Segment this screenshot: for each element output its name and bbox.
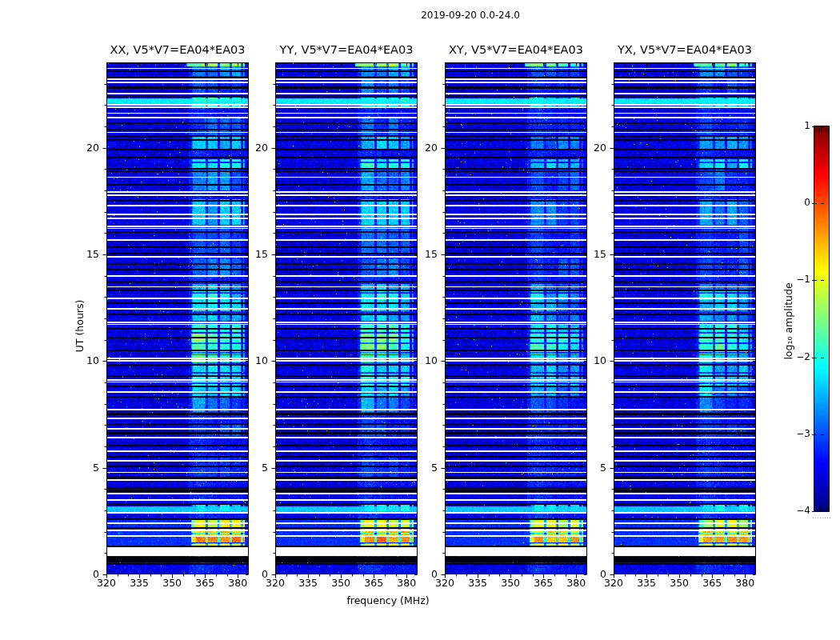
y-tick-label: 15 [242,248,268,260]
y-tick-label: 0 [73,568,99,580]
spectrogram-figure: XX, V5*V7=EA04*EA03320335350365380051015… [0,0,840,640]
y-tick-label: 10 [242,354,268,366]
x-tick-label: 365 [358,577,390,589]
y-tick-label: 5 [73,462,99,474]
colorbar-tick-label: 1 [785,120,810,132]
colorbar-label: log₁₀ amplitude [782,258,794,386]
x-tick-label: 335 [123,577,155,589]
x-tick-label: 350 [325,577,357,589]
y-tick-label: 15 [411,248,438,260]
panel-title: YY, V5*V7=EA04*EA03 [258,44,434,56]
spectrogram-canvas [0,0,840,640]
colorbar-tick-label: −3 [785,428,810,440]
y-tick-label: 10 [411,354,438,366]
x-tick-label: 365 [527,577,559,589]
panel-title: XX, V5*V7=EA04*EA03 [90,44,266,56]
y-tick-label: 0 [411,568,438,580]
figure-title: 2019-09-20 0.0-24.0 [350,10,590,22]
x-tick-label: 350 [663,577,695,589]
y-tick-label: 0 [580,568,606,580]
y-tick-label: 20 [411,142,438,154]
colorbar-tick-label: 0 [785,197,810,209]
y-tick-label: 10 [580,354,606,366]
y-tick-label: 5 [580,462,606,474]
x-tick-label: 380 [729,577,761,589]
y-tick-label: 20 [580,142,606,154]
x-tick-label: 365 [696,577,728,589]
y-tick-label: 5 [242,462,268,474]
y-tick-label: 5 [411,462,438,474]
x-tick-label: 350 [156,577,188,589]
x-tick-label: 350 [494,577,526,589]
x-tick-label: 335 [630,577,662,589]
panel-title: YX, V5*V7=EA04*EA03 [597,44,773,56]
panel-title: XY, V5*V7=EA04*EA03 [428,44,604,56]
x-tick-label: 365 [189,577,221,589]
y-tick-label: 15 [73,248,99,260]
colorbar-tick-label: −4 [785,505,810,517]
x-tick-label: 335 [292,577,324,589]
x-tick-label: 335 [462,577,494,589]
y-tick-label: 0 [242,568,268,580]
y-tick-label: 15 [580,248,606,260]
y-tick-label: 20 [73,142,99,154]
y-tick-label: 20 [242,142,268,154]
y-axis-label: UT (hours) [74,262,86,390]
x-axis-label: frequency (MHz) [268,594,508,606]
